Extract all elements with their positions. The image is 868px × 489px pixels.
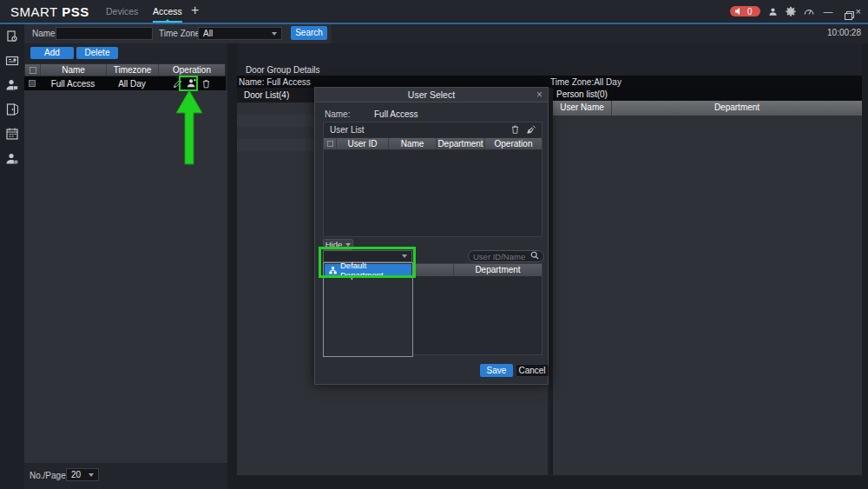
new-tab-button[interactable]: + <box>191 3 199 18</box>
chevron-down-icon <box>272 32 277 36</box>
alarm-badge[interactable]: 0 <box>730 6 760 17</box>
user-lock-module-icon[interactable] <box>5 78 19 92</box>
per-page-label: No./Page <box>30 471 66 480</box>
speaker-icon <box>735 8 743 15</box>
delete-button[interactable]: Delete <box>76 47 118 59</box>
logo-pss: PSS <box>62 4 89 19</box>
add-button[interactable]: Add <box>30 47 74 59</box>
module-sidebar <box>0 24 24 489</box>
col-operation: Operation <box>159 64 225 76</box>
search-icon[interactable] <box>530 251 539 261</box>
select-all-cell[interactable] <box>25 64 41 76</box>
per-page-select[interactable]: 20 <box>66 468 99 481</box>
col-operation: Operation <box>485 138 542 149</box>
tab-devices[interactable]: Devices <box>106 0 138 23</box>
dialog-name-value: Full Access <box>374 109 418 119</box>
dialog-name-label: Name: <box>325 109 350 119</box>
user-settings-module-icon[interactable] <box>5 152 19 166</box>
dashboard-gauge-icon[interactable] <box>804 7 814 16</box>
person-list-header: Person list(0) <box>553 88 862 101</box>
select-all-checkbox[interactable] <box>327 141 333 147</box>
selected-user-list: User List User ID Name Department Operat… <box>323 122 542 237</box>
cancel-button[interactable]: Cancel <box>516 364 549 377</box>
close-button[interactable]: × <box>854 0 863 23</box>
console-module-icon[interactable] <box>5 30 19 43</box>
logo-smart: SMART <box>10 4 57 19</box>
details-summary-strip: Name: Full Access Time Zone:All Day <box>237 76 862 88</box>
details-title: Door Group Details <box>246 65 320 75</box>
timezone-select[interactable]: All <box>198 27 282 40</box>
title-bar: SMART PSS Devices Access + 0 — × <box>0 0 868 23</box>
pagination-bar: No./Page 20 <box>24 463 227 489</box>
alarm-count: 0 <box>747 7 753 17</box>
user-list-title-bar: User List <box>324 122 542 137</box>
person-list-column-header: User Name Department <box>553 101 862 116</box>
select-all-cell[interactable] <box>324 138 337 149</box>
timezone-selected-value: All <box>203 29 213 38</box>
row-checkbox[interactable] <box>29 80 36 87</box>
annotation-arrow-up <box>169 87 213 169</box>
accent-divider <box>0 23 868 24</box>
door-group-table-header: Name Timezone Operation <box>24 63 226 76</box>
user-select-dialog: User Select × Name: Full Access User Lis… <box>314 87 549 385</box>
user-search-input[interactable] <box>473 252 527 261</box>
col-department: Department <box>454 264 542 276</box>
license-card-module-icon[interactable] <box>5 54 19 68</box>
clear-broom-icon[interactable] <box>526 124 537 139</box>
user-list-title: User List <box>330 125 364 135</box>
chevron-down-icon <box>345 243 351 247</box>
user-list-column-header: User ID Name Department Operation <box>324 137 542 150</box>
col-department: Department <box>612 101 862 116</box>
select-all-checkbox[interactable] <box>30 67 36 74</box>
settings-gear-icon[interactable] <box>786 6 796 17</box>
user-account-icon[interactable] <box>768 7 778 17</box>
timezone-filter-label: Time Zone: <box>159 29 202 38</box>
user-search-box <box>468 250 544 262</box>
app-logo: SMART PSS <box>10 4 89 19</box>
close-icon[interactable]: × <box>536 88 542 102</box>
minimize-button[interactable]: — <box>822 0 835 23</box>
calendar-module-icon[interactable] <box>5 127 19 141</box>
tab-access[interactable]: Access <box>153 0 182 23</box>
delete-trash-icon[interactable] <box>510 124 520 139</box>
annotation-highlight-box <box>319 247 416 278</box>
search-button[interactable]: Search <box>291 26 327 40</box>
name-filter-label: Name: <box>32 29 57 38</box>
row-checkbox-cell[interactable] <box>24 80 40 87</box>
clock: 10:00:28 <box>827 28 861 37</box>
save-button[interactable]: Save <box>480 364 513 377</box>
details-timezone: Time Zone:All Day <box>550 77 621 87</box>
chevron-down-icon <box>89 473 94 477</box>
col-user-id: User ID <box>337 138 389 149</box>
col-name: Name <box>41 64 107 76</box>
row-name: Full Access <box>40 77 106 90</box>
col-name: Name <box>389 138 437 149</box>
person-list-panel: Person list(0) User Name Department <box>550 88 862 475</box>
search-toolbar: Name: Time Zone: All Search 10:00:28 <box>24 24 868 43</box>
col-department: Department <box>437 138 485 149</box>
col-user-name: User Name <box>553 101 612 116</box>
col-timezone: Timezone <box>107 64 159 76</box>
name-filter-input[interactable] <box>56 27 153 40</box>
dialog-title: User Select <box>315 88 548 102</box>
door-alarm-module-icon[interactable] <box>5 102 19 116</box>
per-page-value: 20 <box>71 470 81 479</box>
search-fields: Name: Time Zone: All Search <box>24 24 332 43</box>
details-group-name: Name: Full Access <box>239 77 311 87</box>
row-timezone: All Day <box>106 77 158 90</box>
dialog-title-bar: User Select × <box>315 88 548 102</box>
